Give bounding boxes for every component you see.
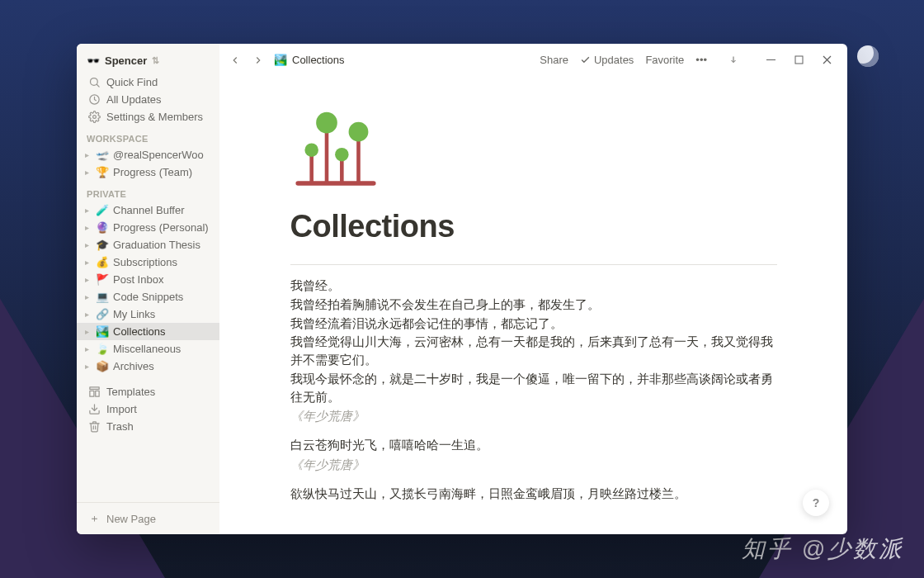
svg-point-3 — [92, 116, 96, 119]
app-window: 🕶️ Spencer ⇅ Quick FindAll UpdatesSettin… — [77, 44, 847, 534]
sidebar-import[interactable]: Import — [77, 400, 219, 418]
citation[interactable]: 《年少荒唐》 — [290, 409, 777, 424]
caret-icon[interactable]: ▸ — [85, 327, 95, 336]
sidebar-page-progress-team-[interactable]: ▸🏆Progress (Team) — [77, 163, 219, 181]
paragraph[interactable]: 我曾经。 — [290, 277, 777, 295]
help-button[interactable]: ? — [803, 490, 829, 516]
window-maximize-button[interactable] — [786, 48, 811, 73]
clock-icon — [87, 93, 101, 106]
caret-icon[interactable]: ▸ — [85, 275, 95, 284]
sidebar-link-label: Trash — [106, 420, 134, 433]
paragraph[interactable]: 我现今最怀念的，就是二十岁时，我是一个傻逼，唯一留下的，并非那些高谈阔论或者勇往… — [290, 370, 777, 406]
paragraph[interactable]: 我曾经流着泪说永远都会记住的事情，都忘记了。 — [290, 315, 777, 333]
nav-back-button[interactable] — [228, 53, 243, 68]
citation[interactable]: 《年少荒唐》 — [290, 457, 777, 473]
trash-icon — [87, 420, 101, 433]
breadcrumb[interactable]: 🏞️ Collections — [274, 54, 345, 66]
paragraph[interactable]: 欲纵快马过天山，又揽长弓南海畔，日照金鸾峨眉顶，月映丝路过楼兰。 — [290, 485, 777, 503]
page-title[interactable]: Collections — [290, 209, 777, 244]
caret-icon[interactable]: ▸ — [85, 240, 95, 249]
page-emoji-icon: 🔗 — [95, 308, 110, 320]
sidebar-link-label: Templates — [106, 386, 155, 398]
section-header: PRIVATE — [77, 181, 219, 201]
templates-icon — [87, 386, 101, 398]
caret-icon[interactable]: ▸ — [85, 168, 95, 177]
sidebar-page-miscellaneous[interactable]: ▸🍃Miscellaneous — [77, 340, 219, 358]
sidebar-page-my-links[interactable]: ▸🔗My Links — [77, 306, 219, 323]
nav-forward-button[interactable] — [251, 53, 266, 68]
workspace-switcher[interactable]: 🕶️ Spencer ⇅ — [77, 52, 219, 73]
sidebar-all-updates[interactable]: All Updates — [77, 91, 219, 108]
sidebar-settings-members[interactable]: Settings & Members — [77, 108, 219, 126]
paragraph[interactable]: 白云苍狗时光飞，嘻嘻哈哈一生追。 — [290, 436, 777, 454]
page-emoji-icon: 🧪 — [95, 204, 110, 216]
svg-point-21 — [348, 122, 368, 142]
sidebar-page-graduation-thesis[interactable]: ▸🎓Graduation Thesis — [77, 236, 219, 253]
favorite-button[interactable]: Favorite — [645, 54, 684, 66]
caret-icon[interactable]: ▸ — [85, 150, 95, 159]
caret-icon[interactable]: ▸ — [85, 206, 95, 215]
paragraph[interactable]: 我曾经拍着胸脯说不会发生在自己身上的事，都发生了。 — [290, 296, 777, 314]
svg-point-17 — [316, 112, 337, 134]
share-button[interactable]: Share — [540, 54, 568, 66]
page-emoji-icon: 🔮 — [95, 221, 110, 234]
page-emoji-icon: 🚩 — [95, 273, 110, 286]
caret-icon[interactable]: ▸ — [85, 223, 95, 232]
sidebar-page-channel-buffer[interactable]: ▸🧪Channel Buffer — [77, 201, 219, 219]
page-label: Subscriptions — [113, 256, 177, 268]
sidebar: 🕶️ Spencer ⇅ Quick FindAll UpdatesSettin… — [77, 44, 219, 534]
breadcrumb-title: Collections — [292, 54, 345, 66]
sidebar-link-label: Settings & Members — [106, 111, 203, 123]
updates-button[interactable]: Updates — [580, 54, 634, 66]
chevron-up-down-icon: ⇅ — [152, 55, 159, 66]
caret-icon[interactable]: ▸ — [85, 292, 95, 301]
page-emoji-icon: 🛫 — [95, 149, 110, 161]
sidebar-page-post-inbox[interactable]: ▸🚩Post Inbox — [77, 271, 219, 288]
caret-icon[interactable]: ▸ — [85, 310, 95, 319]
divider — [290, 264, 777, 265]
svg-rect-6 — [95, 391, 98, 396]
new-page-label: New Page — [106, 513, 156, 525]
caret-icon[interactable]: ▸ — [85, 344, 95, 353]
sidebar-trash[interactable]: Trash — [77, 418, 219, 435]
page-cover-icon[interactable] — [290, 102, 777, 192]
page-label: My Links — [113, 308, 155, 320]
window-minimize-button[interactable] — [758, 48, 783, 73]
download-icon[interactable] — [728, 55, 738, 65]
sidebar-page-archives[interactable]: ▸📦Archives — [77, 358, 219, 375]
sidebar-page-collections[interactable]: ▸🏞️Collections — [77, 323, 219, 340]
sidebar-link-label: Import — [106, 403, 137, 415]
page-emoji-icon: 💻 — [95, 291, 110, 303]
sidebar-page-subscriptions[interactable]: ▸💰Subscriptions — [77, 253, 219, 271]
page-emoji-icon: 🍃 — [95, 343, 110, 355]
sidebar-templates[interactable]: Templates — [77, 383, 219, 400]
plus-icon: ＋ — [87, 511, 101, 526]
sidebar-link-label: All Updates — [106, 93, 161, 106]
workspace-name: Spencer — [105, 54, 147, 67]
page-label: @realSpencerWoo — [113, 149, 204, 161]
page-emoji-icon: 🏞️ — [95, 325, 110, 338]
sidebar-page-code-snippets[interactable]: ▸💻Code Snippets — [77, 288, 219, 306]
page-label: Archives — [113, 360, 154, 372]
page-emoji-icon: 💰 — [95, 256, 110, 268]
more-button[interactable]: ••• — [695, 54, 707, 66]
topbar: 🏞️ Collections Share Updates Favorite ••… — [219, 44, 847, 77]
svg-point-19 — [335, 148, 349, 161]
page-label: Collections — [113, 325, 166, 338]
paragraph[interactable]: 我曾经觉得山川大海，云河密林，总有一天都是我的，后来真到了总有一天，我又觉得我并… — [290, 333, 777, 369]
window-close-button[interactable] — [814, 48, 839, 73]
sidebar-quick-find[interactable]: Quick Find — [77, 73, 219, 91]
sidebar-page-progress-personal-[interactable]: ▸🔮Progress (Personal) — [77, 219, 219, 236]
page-content: Collections 我曾经。我曾经拍着胸脯说不会发生在自己身上的事，都发生了… — [219, 77, 847, 534]
page-label: Post Inbox — [113, 273, 163, 286]
new-page-button[interactable]: ＋ New Page — [77, 502, 219, 534]
svg-rect-4 — [89, 387, 98, 390]
sidebar-link-label: Quick Find — [106, 76, 158, 88]
page-label: Miscellaneous — [113, 343, 181, 355]
caret-icon[interactable]: ▸ — [85, 258, 95, 267]
page-label: Channel Buffer — [113, 204, 185, 216]
sidebar-page--realspencerwoo[interactable]: ▸🛫@realSpencerWoo — [77, 146, 219, 163]
workspace-icon: 🕶️ — [87, 54, 100, 67]
caret-icon[interactable]: ▸ — [85, 362, 95, 371]
page-label: Progress (Team) — [113, 166, 192, 178]
